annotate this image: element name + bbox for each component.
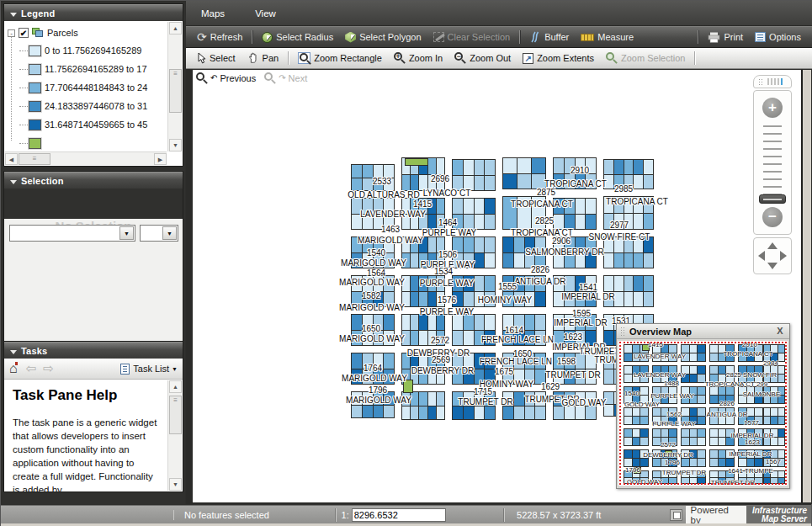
task-list-label[interactable]: Task List (133, 364, 169, 374)
close-icon[interactable]: X (774, 326, 786, 337)
toolbar-separator (288, 51, 289, 65)
home-icon[interactable]: ⌂ (9, 362, 18, 375)
task-list-icon[interactable] (120, 364, 130, 375)
chevron-down-icon[interactable]: ▼ (172, 366, 178, 372)
overview-title-bar[interactable]: Overview Map X (617, 324, 789, 339)
street-label: TRUMPET DR (458, 397, 512, 406)
street-label: 1540 (367, 248, 385, 258)
legend-tree: - ✔ Parcels 0 to 11.756269416528911.7562… (8, 24, 165, 152)
street-label: 1463 (381, 225, 400, 234)
legend-panel-title: Legend (21, 8, 55, 19)
dropdown-arrow-icon[interactable]: ▼ (119, 226, 134, 240)
options-button[interactable]: Options (749, 28, 807, 46)
pan-up-arrow[interactable] (767, 242, 778, 249)
zoom-control-grip[interactable] (753, 75, 792, 88)
zoom-in-button[interactable]: +Zoom In (388, 50, 448, 67)
scroll-right-arrow[interactable]: ▶ (154, 153, 167, 165)
parcel-block[interactable] (452, 198, 496, 230)
select-radius-button[interactable]: Select Radius (256, 28, 339, 46)
legend-swatch (29, 101, 41, 112)
tasks-panel: Tasks ⌂ ⇦ ⇨ Task List ▼ Task Pane Help T… (3, 341, 183, 492)
refresh-button[interactable]: ⟳Refresh (191, 28, 248, 46)
next-view-button[interactable]: ↷Next (264, 72, 307, 84)
street-label: 1595 (572, 309, 591, 318)
legend-item-label: 31.6487140459665 to 45 (45, 120, 147, 130)
zoom-out-slider-button[interactable]: − (762, 207, 783, 227)
legend-swatch (29, 64, 41, 75)
scroll-thumb[interactable]: ≡ (169, 396, 182, 434)
street-label: 1582 (362, 291, 380, 300)
selection-status: No features selected (173, 510, 336, 520)
parcel-block[interactable] (452, 159, 496, 191)
pan-left-arrow[interactable] (758, 251, 765, 261)
overview-map-canvas[interactable]: 14152910LAVENDER WAYTROPICANA CT2984LAVE… (618, 341, 788, 486)
overview-map-window: Overview Map X 14152910LAVENDER WAYTROPI… (616, 323, 790, 489)
street-label: 1598 (557, 357, 576, 366)
legend-layer-row[interactable]: - ✔ Parcels (8, 24, 165, 41)
history-bar: ↶Previous ↷Next (196, 72, 307, 84)
selection-page-dropdown[interactable]: ▼ (140, 225, 178, 242)
task-back-icon[interactable]: ⇦ (26, 361, 37, 376)
scroll-thumb[interactable]: ≡ (169, 69, 182, 113)
map-viewport[interactable]: ↶Previous ↷Next 2533OLD ALTURAS RD2696LY… (193, 70, 802, 502)
street-label: MARIGOLD WAY (339, 303, 405, 312)
buffer-button[interactable]: Buffer (523, 28, 575, 46)
task-forward-icon[interactable]: ⇨ (43, 361, 54, 376)
parcel-block[interactable] (603, 236, 654, 268)
street-label: 2569 (432, 355, 450, 364)
previous-view-button[interactable]: ↶Previous (196, 72, 256, 84)
zoom-rectangle-button[interactable]: Zoom Rectangle (292, 50, 388, 67)
scroll-down-arrow[interactable]: ▼ (169, 478, 182, 491)
scroll-down-arrow[interactable]: ▼ (169, 139, 182, 151)
overview-title: Overview Map (629, 327, 774, 337)
legend-panel-header[interactable]: Legend (4, 4, 183, 21)
street-label: 1506 (438, 250, 457, 259)
legend-vertical-scrollbar[interactable]: ▲ ≡ ▼ (167, 22, 182, 151)
layer-checkbox[interactable]: ✔ (19, 28, 29, 38)
scroll-left-arrow[interactable]: ◀ (5, 153, 18, 165)
selection-panel-header[interactable]: Selection (4, 172, 183, 189)
scroll-up-arrow[interactable]: ▲ (169, 380, 182, 393)
measure-button[interactable]: Measure (575, 28, 640, 46)
scroll-thumb[interactable]: ≡ (19, 153, 50, 165)
parcel-green[interactable] (405, 158, 428, 166)
select-tool-button[interactable]: Select (191, 50, 241, 67)
street-label: 1576 (438, 295, 456, 305)
zoom-slider-track[interactable] (763, 120, 782, 205)
task-pane-text: The task pane is a generic widget that a… (13, 416, 162, 491)
zoom-slider-handle[interactable] (759, 194, 786, 204)
legend-item-label: 24.1833897446078 to 31 (45, 101, 147, 111)
menu-maps[interactable]: Maps (201, 8, 225, 19)
tasks-panel-header[interactable]: Tasks (4, 342, 183, 359)
selection-layer-dropdown[interactable]: ▼ (9, 225, 135, 242)
zoom-out-button[interactable]: −Zoom Out (448, 50, 517, 67)
print-button[interactable]: Print (702, 28, 749, 46)
dropdown-arrow-icon[interactable]: ▼ (162, 226, 177, 240)
legend-horizontal-scrollbar[interactable]: ◀ ≡ ▶ (5, 151, 167, 165)
zoom-in-slider-button[interactable]: + (762, 98, 783, 118)
pan-right-arrow[interactable] (780, 251, 787, 261)
street-label: 2826 (531, 265, 549, 274)
options-icon (755, 32, 766, 42)
window-icon[interactable] (670, 509, 682, 521)
street-label: 1555 (498, 282, 517, 291)
overview-extent-rectangle[interactable] (619, 342, 787, 485)
scale-input[interactable] (352, 508, 446, 522)
zoom-slider-control: + − (753, 75, 792, 274)
tasks-vertical-scrollbar[interactable]: ▲ ≡ ▼ (167, 380, 182, 491)
tree-expander-icon[interactable]: - (8, 29, 15, 37)
main-toolbar: ⟳Refresh Select Radius Select Polygon Cl… (186, 26, 812, 48)
map-application-window: Legend - ✔ Parcels 0 to 11.7562694165289… (0, 0, 812, 526)
scroll-up-arrow[interactable]: ▲ (169, 22, 182, 35)
pan-tool-button[interactable]: Pan (241, 50, 285, 67)
select-polygon-button[interactable]: Select Polygon (339, 28, 427, 46)
parcel-block[interactable] (502, 157, 546, 189)
pan-down-arrow[interactable] (767, 263, 778, 269)
clear-selection-button[interactable]: Clear Selection (427, 28, 517, 46)
menu-view[interactable]: View (255, 8, 276, 19)
zoom-extents-button[interactable]: ↗Zoom Extents (517, 50, 600, 67)
street-label: 2825 (535, 216, 554, 226)
street-label: 2696 (431, 174, 449, 183)
zoom-selection-button[interactable]: Zoom Selection (600, 50, 691, 67)
buffer-icon (529, 31, 541, 43)
